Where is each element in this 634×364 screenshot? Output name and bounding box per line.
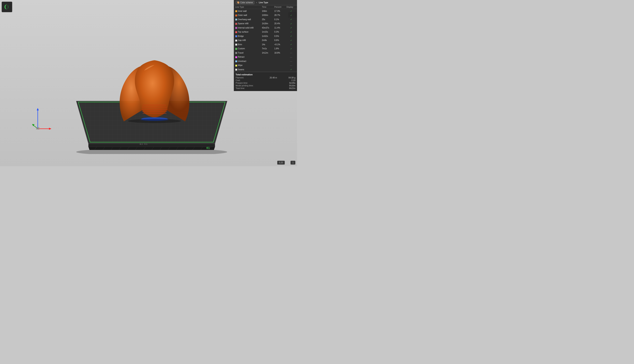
legend-row-1[interactable]: Outer wall1h50m28.7%✓ [234, 13, 297, 18]
legend-row-display-7[interactable]: ✓ [285, 38, 297, 42]
legend-row-display-4[interactable]: ✓ [285, 26, 297, 30]
legend-row-time-13 [261, 63, 273, 68]
color-dot-14 [235, 69, 237, 71]
legend-row-display-1[interactable]: ✓ [285, 13, 297, 18]
col-line-type: Line Type [234, 5, 261, 9]
legend-row-percent-2: 0.1% [273, 17, 285, 22]
color-dot-9 [235, 48, 237, 50]
legend-row-name-7: Gap infill [234, 38, 261, 42]
svg-text:01: 01 [206, 146, 210, 150]
legend-row-name-13: Wipe [234, 63, 261, 68]
legend-row-display-9[interactable]: ✓ [285, 47, 297, 51]
legend-row-display-6[interactable]: ✓ [285, 34, 297, 38]
scale-value: 0.20 [279, 162, 283, 164]
viewport-3d[interactable]: 01 BLS P1S [0, 0, 297, 166]
check-icon-4: ✓ [290, 26, 292, 29]
color-dot-11 [235, 56, 237, 58]
legend-row-time-1: 1h50m [261, 13, 273, 18]
check-icon-0: ✓ [290, 10, 292, 12]
legend-row-9[interactable]: Custom7m1s1.8%✓ [234, 47, 297, 51]
legend-row-display-14[interactable]: ✓ [285, 68, 297, 72]
legend-row-time-2: 25s [261, 17, 273, 22]
legend-row-percent-0: 17.3% [273, 9, 285, 13]
legend-row-name-12: Unretract [234, 59, 261, 63]
filament-weight: 84.08 g [289, 76, 295, 79]
cost-value: 2.10 [292, 79, 295, 82]
legend-row-name-14: Seams [234, 68, 261, 72]
prepare-time-label: Prepare time: [236, 82, 258, 84]
color-dot-6 [235, 35, 237, 37]
legend-row-13[interactable]: Wipe— [234, 63, 297, 68]
legend-row-time-12 [261, 59, 273, 63]
filament-value: 26.48 m [270, 76, 277, 79]
legend-row-5[interactable]: Top surface1m15s0.3%✓ [234, 30, 297, 34]
color-dot-1 [235, 14, 237, 16]
legend-row-display-8[interactable]: ✓ [285, 42, 297, 47]
line-type-label: Line Type [259, 2, 268, 4]
legend-row-percent-6: 0.5% [273, 34, 285, 38]
legend-row-percent-13 [273, 63, 285, 68]
legend-row-4[interactable]: Internal solid infill43m37s11.4%✓ [234, 26, 297, 30]
legend-row-display-12[interactable]: — [285, 59, 297, 63]
color-dot-7 [235, 40, 237, 42]
legend-row-0[interactable]: Inner wall1h6m17.3%✓ [234, 9, 297, 13]
legend-row-2[interactable]: Overhang wall25s0.1%✓ [234, 17, 297, 22]
cost-label: Cost: [236, 79, 258, 82]
check-icon-5: ✓ [290, 31, 292, 33]
model-time-value: 6h16m [289, 84, 295, 87]
legend-row-14[interactable]: Seams✓ [234, 68, 297, 72]
legend-row-10[interactable]: Travel1h12m18.8%— [234, 51, 297, 55]
legend-row-8[interactable]: Brim14s<0.1%✓ [234, 42, 297, 47]
legend-row-display-10[interactable]: — [285, 51, 297, 55]
legend-row-display-11[interactable]: — [285, 55, 297, 59]
estimation-title: Total estimation [236, 73, 295, 76]
legend-row-percent-10: 18.8% [273, 51, 285, 55]
empty-display-10: — [290, 52, 292, 54]
legend-row-display-3[interactable]: ✓ [285, 22, 297, 26]
legend-row-display-2[interactable]: ✓ [285, 17, 297, 22]
legend-row-7[interactable]: Gap infill2m9s0.6%✓ [234, 38, 297, 42]
color-dot-2 [235, 18, 237, 20]
legend-row-time-9: 7m1s [261, 47, 273, 51]
legend-row-time-10: 1h12m [261, 51, 273, 55]
legend-row-3[interactable]: Sparse infill1h18m20.4%✓ [234, 22, 297, 26]
col-display: Display [285, 5, 297, 9]
check-icon-14: ✓ [290, 68, 292, 71]
legend-row-time-8: 14s [261, 42, 273, 47]
legend-row-display-13[interactable]: — [285, 63, 297, 68]
line-type-button[interactable]: Line Type [259, 2, 268, 4]
filament-label: Filament: [236, 76, 258, 79]
svg-marker-5 [89, 144, 215, 147]
layer-current: 1 [292, 162, 294, 164]
legend-row-time-14 [261, 68, 273, 72]
color-dot-10 [235, 52, 237, 54]
scale-indicator: 0.20 [277, 161, 285, 164]
svg-point-31 [128, 119, 181, 123]
color-scheme-button[interactable]: 🎨 Color scheme [236, 1, 254, 4]
legend-row-11[interactable]: Retract— [234, 55, 297, 59]
color-dot-5 [235, 31, 237, 33]
col-time: Time [261, 5, 273, 9]
legend-row-display-0[interactable]: ✓ [285, 9, 297, 13]
check-icon-7: ✓ [290, 39, 292, 42]
color-scheme-label: Color scheme [240, 2, 253, 4]
total-estimation: Total estimation Filament: 26.48 m 84.08… [234, 72, 297, 91]
legend-row-percent-7: 0.6% [273, 38, 285, 42]
legend-row-percent-11 [273, 55, 285, 59]
legend-row-6[interactable]: Bridge1m52s0.5%✓ [234, 34, 297, 38]
col-percent: Percent [273, 5, 285, 9]
total-time-label: Total time: [236, 87, 258, 90]
color-dot-4 [235, 27, 237, 29]
legend-row-12[interactable]: Unretract— [234, 59, 297, 63]
legend-row-display-5[interactable]: ✓ [285, 30, 297, 34]
legend-row-name-10: Travel [234, 51, 261, 55]
chevron-down-icon: ∨ [256, 2, 257, 4]
check-icon-6: ✓ [290, 35, 292, 37]
legend-row-name-8: Brim [234, 42, 261, 47]
check-icon-2: ✓ [290, 18, 292, 20]
legend-row-percent-12 [273, 59, 285, 63]
check-icon-3: ✓ [290, 22, 292, 25]
layer-indicator[interactable]: 1 [291, 161, 295, 164]
check-icon-9: ✓ [290, 48, 292, 50]
palette-icon: 🎨 [237, 2, 240, 4]
